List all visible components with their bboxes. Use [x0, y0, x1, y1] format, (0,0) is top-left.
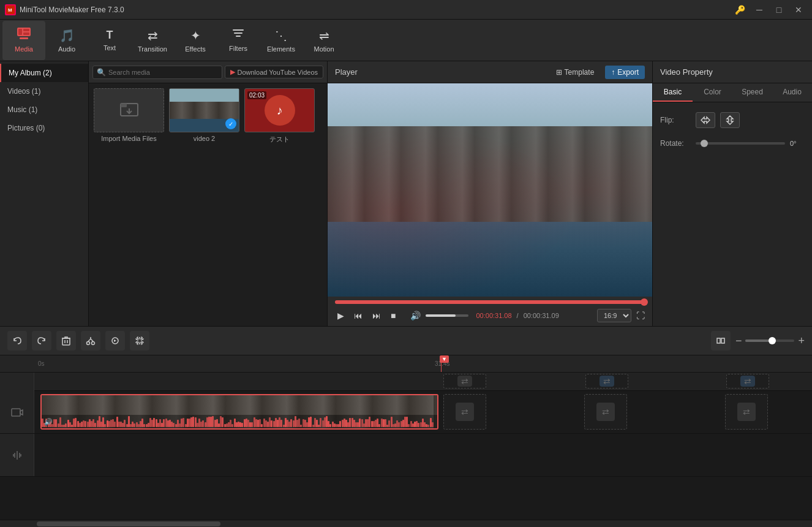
svg-point-16 — [87, 342, 90, 345]
media-item-audio[interactable]: 02:03 ♪ テスト — [244, 88, 315, 144]
transition-icon: ⇄ — [148, 28, 158, 43]
prop-tab-speed[interactable]: Speed — [732, 83, 772, 102]
svg-rect-27 — [717, 338, 720, 343]
undo-button[interactable] — [7, 331, 27, 351]
volume-bar[interactable] — [426, 314, 468, 317]
flip-controls — [696, 112, 805, 128]
volume-control: 🔊 — [408, 309, 468, 322]
properties-content: Flip: — [653, 102, 812, 157]
flip-vertical-button[interactable] — [720, 112, 740, 128]
video2-thumb: 🎬 ✓ — [169, 88, 239, 132]
media-item-video2[interactable]: 🎬 ✓ video 2 — [169, 88, 239, 144]
timeline-ruler: 0s 31.4s ▼ — [0, 355, 812, 373]
rotate-label: Rotate: — [660, 139, 691, 148]
sidebar-item-pictures[interactable]: Pictures (0) — [0, 119, 88, 137]
toolbar-item-motion[interactable]: ⇌ Motion — [303, 21, 345, 60]
settings-button[interactable]: 🔑 — [731, 3, 748, 17]
aspect-ratio-select[interactable]: 16:9 9:16 4:3 1:1 — [597, 309, 631, 322]
zoom-out-button[interactable]: − — [735, 335, 742, 347]
flip-horizontal-button[interactable] — [696, 112, 715, 128]
player-title: Player — [335, 67, 545, 77]
toolbar-item-text[interactable]: T Text — [88, 21, 131, 60]
search-input[interactable] — [108, 69, 218, 76]
progress-bar[interactable] — [335, 300, 645, 304]
media-icon — [17, 28, 31, 43]
current-time: 00:00:31.08 — [476, 312, 511, 319]
audio-label: テスト — [269, 135, 290, 144]
prop-tab-audio[interactable]: Audio — [772, 83, 812, 102]
toolbar-item-filters[interactable]: Filters — [217, 21, 260, 60]
export-button[interactable]: ↑ Export — [605, 66, 645, 79]
sidebar-item-music[interactable]: Music (1) — [0, 100, 88, 119]
toolbar-item-media[interactable]: Media — [2, 21, 45, 60]
import-thumb — [94, 88, 164, 132]
prop-tab-color[interactable]: Color — [693, 83, 732, 102]
player-controls: ▶ ⏮ ⏭ ■ 🔊 00:00:31.08 / 00:00:31.09 — [328, 297, 652, 326]
video-transition-3[interactable]: ⇄ — [725, 394, 768, 430]
window-controls: 🔑 ─ □ ✕ — [731, 3, 807, 17]
audio-track-row — [0, 434, 812, 477]
play-button[interactable]: ▶ — [335, 309, 347, 322]
volume-fill — [426, 314, 456, 317]
sidebar-item-album[interactable]: My Album (2) — [0, 64, 88, 82]
toolbar-item-effects[interactable]: ✦ Effects — [174, 21, 217, 60]
transition-slot-3[interactable]: ⇄ — [726, 374, 769, 389]
scrollbar-thumb[interactable] — [37, 521, 220, 526]
cut-button[interactable] — [81, 331, 100, 351]
toolbar-item-text-label: Text — [103, 44, 116, 51]
properties-tabs: Basic Color Speed Audio — [653, 83, 812, 102]
timeline-scrollbar[interactable] — [0, 520, 812, 527]
check-badge: ✓ — [225, 118, 236, 129]
timeline-toolbar: − + — [0, 326, 812, 355]
toolbar-item-transition[interactable]: ⇄ Transition — [131, 21, 174, 60]
volume-icon[interactable]: 🔊 — [408, 309, 423, 322]
yt-download-button[interactable]: ▶ Download YouTube Videos — [225, 66, 324, 78]
video2-label: video 2 — [194, 135, 215, 142]
audio-duration: 02:03 — [247, 91, 266, 99]
next-frame-button[interactable]: ⏭ — [370, 309, 383, 322]
media-toolbar: 🔍 ▶ Download YouTube Videos — [89, 61, 327, 83]
timeline-zoom-fit-button[interactable] — [711, 331, 731, 351]
svg-line-19 — [91, 339, 93, 341]
search-box[interactable]: 🔍 — [92, 66, 222, 79]
video-clip[interactable]: 🔊 — [40, 394, 438, 430]
prop-tab-basic[interactable]: Basic — [653, 83, 693, 102]
svg-rect-11 — [121, 104, 127, 107]
transition-track-content: ⇄ ⇄ ⇄ — [34, 373, 812, 390]
music-note-icon: ♪ — [277, 104, 283, 118]
zoom-in-button[interactable]: + — [798, 335, 805, 347]
left-panel: My Album (2) Videos (1) Music (1) Pictur… — [0, 61, 328, 326]
media-item-import[interactable]: Import Media Files — [94, 88, 164, 144]
toolbar-item-audio[interactable]: 🎵 Audio — [45, 21, 88, 60]
effects-icon: ✦ — [190, 28, 201, 43]
transition-slot-1[interactable]: ⇄ — [443, 374, 486, 389]
delete-button[interactable] — [56, 331, 76, 351]
zoom-bar[interactable] — [745, 339, 794, 342]
detach-audio-button[interactable] — [105, 331, 125, 351]
toolbar-item-elements[interactable]: ⋱ Elements — [260, 21, 303, 60]
audio-wave — [42, 415, 437, 428]
ruler-label-0s: 0s — [38, 360, 45, 367]
properties-title: Video Property — [653, 61, 812, 83]
prev-frame-button[interactable]: ⏮ — [351, 309, 365, 322]
minimize-button[interactable]: ─ — [751, 3, 768, 17]
redo-button[interactable] — [32, 331, 51, 351]
video-transition-2[interactable]: ⇄ — [584, 394, 627, 430]
filters-icon — [231, 28, 245, 42]
template-button[interactable]: ⊞ Template — [550, 66, 601, 79]
video-transition-1[interactable]: ⇄ — [443, 394, 486, 430]
audio-track-content — [34, 434, 812, 476]
rotate-slider[interactable] — [696, 142, 785, 145]
stop-button[interactable]: ■ — [388, 309, 398, 322]
maximize-button[interactable]: □ — [770, 3, 788, 17]
search-icon: 🔍 — [97, 68, 106, 77]
audio-icon: 🎵 — [59, 28, 75, 43]
svg-rect-9 — [236, 36, 241, 37]
sidebar-item-videos[interactable]: Videos (1) — [0, 82, 88, 100]
close-button[interactable]: ✕ — [790, 3, 807, 17]
main-toolbar: Media 🎵 Audio T Text ⇄ Transition ✦ Effe… — [0, 20, 812, 61]
fullscreen-button[interactable]: ⛶ — [636, 311, 645, 320]
crop-button[interactable] — [130, 331, 149, 351]
playhead-label: ▼ — [440, 355, 449, 363]
transition-slot-2[interactable]: ⇄ — [585, 374, 628, 389]
